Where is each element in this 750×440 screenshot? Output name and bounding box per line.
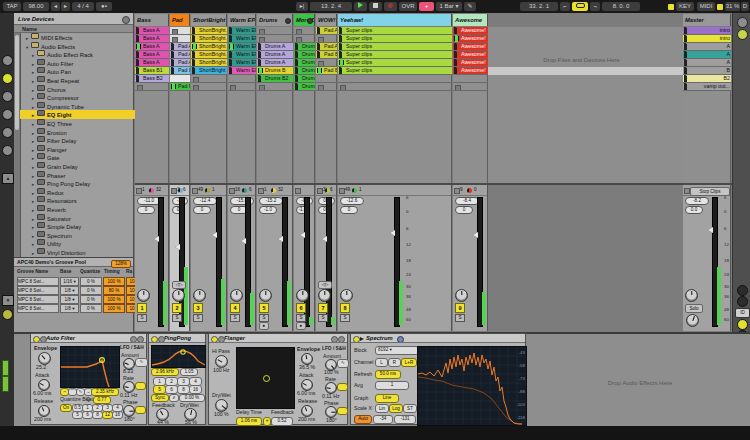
clip-stop-button[interactable] bbox=[340, 85, 346, 91]
empty-clip-slot[interactable] bbox=[453, 83, 488, 91]
hotswap-tab-icon[interactable] bbox=[2, 145, 13, 156]
clip-slot[interactable]: Pad B1 bbox=[170, 67, 190, 75]
graph-mode-button[interactable]: Line bbox=[375, 394, 399, 403]
clip-slot[interactable]: Drums 2 bbox=[294, 83, 315, 91]
device-view-tab[interactable] bbox=[2, 376, 9, 392]
volume-fader-handle[interactable] bbox=[322, 236, 327, 242]
clip-slot[interactable]: Awesome! bbox=[453, 59, 488, 67]
clip-play-button[interactable] bbox=[229, 52, 234, 57]
crossfade-assign[interactable]: ◁▷ bbox=[172, 281, 186, 289]
loop-button[interactable] bbox=[572, 2, 588, 11]
scene-slot[interactable]: intro bbox=[683, 27, 731, 35]
groove-timing-value[interactable]: 100 % bbox=[103, 304, 125, 313]
track-header-yeehaw-[interactable]: Yeehaw! bbox=[338, 14, 452, 26]
scale-x-chip[interactable]: ST bbox=[403, 404, 417, 413]
browser-device-eq-eight[interactable]: ▸EQ Eight bbox=[20, 110, 145, 119]
clip-slot[interactable]: Bass A bbox=[135, 59, 169, 67]
clip-slot[interactable]: ShortBright B bbox=[191, 67, 227, 75]
files-tab-3-icon[interactable] bbox=[2, 127, 13, 138]
follow-button[interactable]: ▸| bbox=[296, 2, 308, 11]
clip-play-button[interactable] bbox=[454, 28, 459, 33]
arm-button[interactable]: ● bbox=[259, 322, 269, 330]
clip-playing-button[interactable] bbox=[229, 44, 234, 49]
delay-filter-freq[interactable]: 2.96 kHz bbox=[151, 368, 179, 376]
expand-caret-icon[interactable]: ▸ bbox=[32, 233, 36, 240]
master-volume-value[interactable]: -8.2 bbox=[685, 197, 709, 205]
loop-length-field[interactable]: 8. 0. 0 bbox=[602, 2, 640, 11]
clip-play-button[interactable] bbox=[454, 44, 459, 49]
tap-tempo-button[interactable]: TAP bbox=[3, 2, 21, 11]
volume-value[interactable]: -15.2 bbox=[259, 197, 283, 205]
browser-scroll-up-button[interactable]: ▲ bbox=[2, 173, 14, 184]
loop-start-field[interactable]: 33. 2. 1 bbox=[520, 2, 558, 11]
tempo-field[interactable]: 98.00 bbox=[23, 2, 49, 11]
empty-clip-slot[interactable] bbox=[228, 75, 256, 83]
clip-slot[interactable]: ShortBright A bbox=[191, 35, 227, 43]
session-drop-zone[interactable]: Drop Files and Devices Here bbox=[480, 27, 683, 183]
clip-slot[interactable]: Bass A bbox=[135, 51, 169, 59]
scene-slot[interactable]: A bbox=[683, 43, 731, 51]
browser-device-beat-repeat[interactable]: ▸Beat Repeat bbox=[20, 76, 145, 85]
filter-freq-value[interactable]: 2.35 kHz bbox=[91, 388, 119, 396]
track-header-more-drum[interactable]: More Drum bbox=[294, 14, 315, 26]
clip-play-button[interactable] bbox=[171, 60, 176, 65]
q-value[interactable]: 0.77 bbox=[93, 396, 111, 404]
channel-chip[interactable]: R bbox=[388, 358, 401, 367]
delay-offset-value[interactable]: 0.00 % bbox=[179, 394, 205, 402]
arm-icon[interactable] bbox=[285, 18, 291, 24]
volume-fader-handle[interactable] bbox=[175, 244, 180, 250]
save-preset-icon[interactable] bbox=[137, 336, 144, 343]
browser-device-dynamic-tube[interactable]: ▸Dynamic Tube bbox=[20, 102, 145, 111]
device-drop-zone[interactable]: Drop Audio Effects Here bbox=[545, 380, 735, 386]
time-signature-field[interactable]: 4 / 4 bbox=[72, 2, 94, 11]
feedback-value[interactable]: 0.52 bbox=[271, 417, 293, 426]
spectrum-display[interactable]: -43-58-73-88-103-118 bbox=[417, 346, 527, 426]
clip-play-button[interactable] bbox=[317, 44, 322, 49]
volume-value[interactable]: -12.4 bbox=[193, 197, 217, 205]
clip-playing-button[interactable] bbox=[192, 44, 197, 49]
track-header-pad[interactable]: Pad bbox=[170, 14, 190, 26]
groove-row-name[interactable]: MPC 8 Swi... bbox=[17, 304, 59, 313]
ping-pong-titlebar[interactable]: PingPong bbox=[149, 334, 205, 343]
phase-spin-chip[interactable] bbox=[337, 407, 348, 415]
clip-slot[interactable]: ShortBright A bbox=[191, 51, 227, 59]
groove-pool-toggle-icon[interactable] bbox=[2, 309, 13, 320]
clip-slot[interactable]: Pad A bbox=[170, 51, 190, 59]
scene-slot[interactable]: vamp out... bbox=[683, 83, 731, 91]
scene-launch-button[interactable] bbox=[684, 76, 689, 81]
pan-value[interactable]: 0 bbox=[340, 206, 358, 214]
key-map-button[interactable]: KEY bbox=[676, 2, 694, 11]
clip-play-button[interactable] bbox=[295, 52, 300, 57]
track-activator-button[interactable]: 3 bbox=[193, 303, 203, 313]
clip-play-button[interactable] bbox=[339, 28, 344, 33]
mixer-toggle-icon[interactable] bbox=[737, 319, 748, 330]
track-activator-button[interactable]: 8 bbox=[340, 303, 350, 313]
rate-sync-chip[interactable] bbox=[337, 383, 348, 391]
clip-play-button[interactable] bbox=[295, 68, 300, 73]
range-min-value[interactable]: -131 bbox=[394, 415, 416, 424]
feedback-polarity-chip[interactable]: + bbox=[263, 417, 271, 426]
groove-timing-value[interactable]: 100 % bbox=[103, 295, 125, 304]
pan-value[interactable]: -1.0 bbox=[259, 206, 277, 214]
clip-play-button[interactable] bbox=[339, 44, 344, 49]
empty-clip-slot[interactable] bbox=[135, 83, 169, 91]
auto-range-button[interactable]: Auto bbox=[354, 415, 372, 424]
clip-slot[interactable]: Super clips bbox=[338, 59, 452, 67]
clip-view-tab[interactable] bbox=[2, 360, 9, 376]
groove-quantize-value[interactable]: 0 % bbox=[80, 286, 102, 295]
clip-play-button[interactable] bbox=[339, 68, 344, 73]
clip-slot[interactable]: Pad B1 bbox=[316, 51, 337, 59]
expand-caret-icon[interactable]: ▸ bbox=[32, 164, 36, 171]
expand-caret-icon[interactable]: ▸ bbox=[32, 216, 36, 223]
groove-timing-value[interactable]: 80 % bbox=[103, 286, 125, 295]
empty-clip-slot[interactable] bbox=[191, 75, 227, 83]
browser-device-auto-filter[interactable]: ▸Auto Filter bbox=[20, 59, 145, 68]
track-activator-button[interactable]: 6 bbox=[296, 303, 306, 313]
clip-playing-button[interactable] bbox=[258, 68, 263, 73]
clip-slot[interactable]: Drums A bbox=[257, 43, 293, 51]
browser-device-resonators[interactable]: ▸Resonators bbox=[20, 196, 145, 205]
clip-slot[interactable]: Drums A bbox=[257, 51, 293, 59]
clip-slot[interactable]: Drums B bbox=[257, 67, 293, 75]
overview-toggle-icon[interactable] bbox=[737, 17, 748, 28]
clip-slot[interactable]: Super clips bbox=[338, 67, 452, 75]
